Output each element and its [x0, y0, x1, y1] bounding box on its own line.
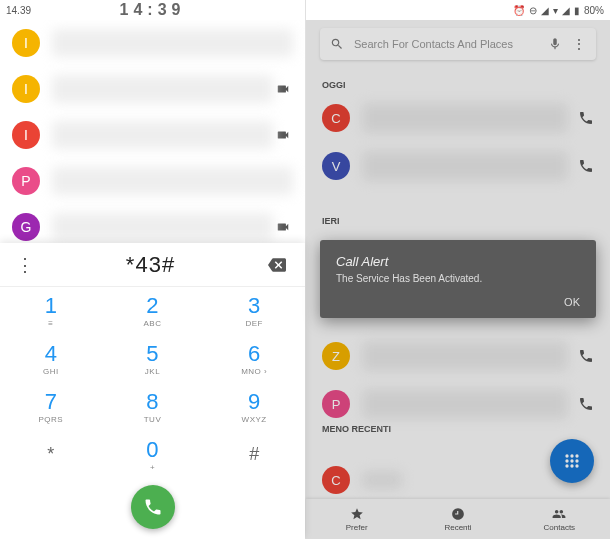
key-5[interactable]: 5JKL — [102, 335, 204, 383]
keypad: 1≡ 2ABC 3DEF 4GHI 5JKL 6MNO › 7PQRS 8TUV… — [0, 287, 305, 479]
contact-row[interactable]: I — [0, 112, 305, 158]
recent-row[interactable]: V — [306, 142, 610, 190]
contact-name-blur — [362, 341, 568, 371]
dialer-input-row: ⋮ *43# — [0, 243, 305, 287]
phone-icon[interactable] — [578, 348, 594, 364]
recents-screen: ⏰ ⊖ ◢ ▾ ◢ ▮ 80% Search For Contacts And … — [306, 0, 610, 539]
key-3[interactable]: 3DEF — [203, 287, 305, 335]
dialpad-fab[interactable] — [550, 439, 594, 483]
recent-row[interactable]: Z — [306, 332, 610, 380]
contact-name-blur — [362, 389, 568, 419]
avatar: I — [12, 75, 40, 103]
contact-name-blur — [362, 103, 568, 133]
key-hash[interactable]: # — [203, 431, 305, 479]
search-placeholder: Search For Contacts And Places — [354, 38, 538, 50]
avatar: C — [322, 104, 350, 132]
nav-prefer[interactable]: Prefer — [306, 499, 407, 539]
popup-ok-button[interactable]: OK — [336, 296, 580, 308]
svg-point-6 — [565, 464, 568, 467]
svg-point-3 — [565, 459, 568, 462]
avatar: P — [322, 390, 350, 418]
dialer-screen: 14.39 14:39 I I I P G — [0, 0, 306, 539]
wifi-icon: ▾ — [553, 5, 558, 16]
video-call-icon[interactable] — [273, 82, 293, 96]
clock-icon — [451, 507, 465, 521]
svg-point-0 — [565, 454, 568, 457]
avatar: I — [12, 121, 40, 149]
battery-icon: ▮ — [574, 5, 580, 16]
contact-name-blur — [362, 151, 568, 181]
signal2-icon: ◢ — [562, 5, 570, 16]
search-menu-icon[interactable]: ⋮ — [572, 36, 586, 52]
nav-recenti[interactable]: Recenti — [407, 499, 508, 539]
phone-icon[interactable] — [578, 158, 594, 174]
recent-row[interactable]: C — [306, 94, 610, 142]
contact-name-blur — [52, 121, 273, 149]
nav-contacts[interactable]: Contacts — [509, 499, 610, 539]
svg-point-1 — [570, 454, 573, 457]
link-icon: ⊖ — [529, 5, 537, 16]
bottom-nav: Prefer Recenti Contacts — [306, 499, 610, 539]
search-icon — [330, 37, 344, 51]
dialed-number[interactable]: *43# — [36, 252, 265, 278]
dialer-panel: ⋮ *43# 1≡ 2ABC 3DEF 4GHI 5JKL 6MNO › 7PQ… — [0, 243, 305, 539]
status-center-time: 14:39 — [120, 1, 186, 19]
recent-row[interactable]: P — [306, 380, 610, 428]
contact-row[interactable]: I — [0, 66, 305, 112]
contact-row[interactable]: I — [0, 20, 305, 66]
popup-title: Call Alert — [336, 254, 580, 269]
key-1[interactable]: 1≡ — [0, 287, 102, 335]
phone-icon — [143, 497, 163, 517]
search-bar[interactable]: Search For Contacts And Places ⋮ — [320, 28, 596, 60]
contact-name-blur — [362, 471, 402, 489]
status-time: 14.39 — [6, 5, 31, 16]
svg-point-5 — [575, 459, 578, 462]
avatar: Z — [322, 342, 350, 370]
phone-icon[interactable] — [578, 110, 594, 126]
dialer-menu-icon[interactable]: ⋮ — [16, 254, 36, 276]
call-button[interactable] — [131, 485, 175, 529]
key-6[interactable]: 6MNO › — [203, 335, 305, 383]
key-8[interactable]: 8TUV — [102, 383, 204, 431]
contact-row[interactable]: P — [0, 158, 305, 204]
contact-name-blur — [52, 29, 293, 57]
people-icon — [552, 507, 566, 521]
svg-point-7 — [570, 464, 573, 467]
key-2[interactable]: 2ABC — [102, 287, 204, 335]
contact-name-blur — [52, 167, 293, 195]
call-alert-popup: Call Alert The Service Has Been Activate… — [320, 240, 596, 318]
statusbar-right: ⏰ ⊖ ◢ ▾ ◢ ▮ 80% — [306, 0, 610, 20]
status-icons: ⏰ ⊖ ◢ ▾ ◢ ▮ 80% — [513, 5, 604, 16]
phone-icon[interactable] — [578, 396, 594, 412]
avatar: P — [12, 167, 40, 195]
star-icon — [350, 507, 364, 521]
svg-point-4 — [570, 459, 573, 462]
key-7[interactable]: 7PQRS — [0, 383, 102, 431]
svg-point-8 — [575, 464, 578, 467]
avatar: V — [322, 152, 350, 180]
avatar: G — [12, 213, 40, 241]
dialpad-icon — [562, 451, 582, 471]
backspace-icon[interactable] — [265, 256, 289, 274]
statusbar-left: 14.39 14:39 — [0, 0, 305, 20]
signal-icon: ◢ — [541, 5, 549, 16]
contact-name-blur — [52, 75, 273, 103]
avatar: C — [322, 466, 350, 494]
alarm-icon: ⏰ — [513, 5, 525, 16]
key-9[interactable]: 9WXYZ — [203, 383, 305, 431]
avatar: I — [12, 29, 40, 57]
popup-message: The Service Has Been Activated. — [336, 273, 580, 284]
key-4[interactable]: 4GHI — [0, 335, 102, 383]
mic-icon[interactable] — [548, 37, 562, 51]
video-call-icon[interactable] — [273, 128, 293, 142]
svg-point-2 — [575, 454, 578, 457]
key-0[interactable]: 0+ — [102, 431, 204, 479]
contact-name-blur — [52, 213, 273, 241]
video-call-icon[interactable] — [273, 220, 293, 234]
battery-pct: 80% — [584, 5, 604, 16]
key-star[interactable]: * — [0, 431, 102, 479]
